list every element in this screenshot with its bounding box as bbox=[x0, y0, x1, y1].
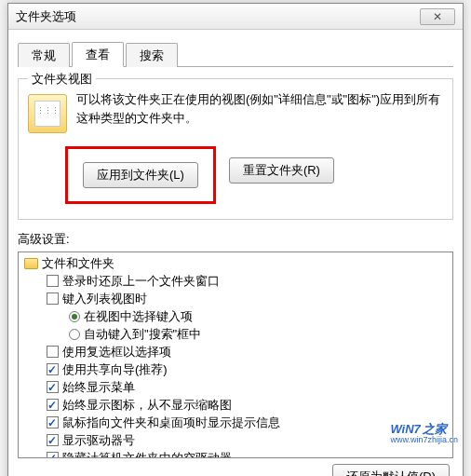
tree-item[interactable]: 隐藏计算机文件夹中的空驱动器 bbox=[47, 449, 449, 458]
tree-item[interactable]: 鼠标指向文件夹和桌面项时显示提示信息 bbox=[47, 414, 449, 431]
tree-item[interactable]: 使用共享向导(推荐) bbox=[47, 360, 449, 378]
tree-item[interactable]: 自动键入到"搜索"框中 bbox=[69, 325, 449, 343]
folder-options-dialog: 文件夹选项 ✕ 常规 查看 搜索 文件夹视图 可以将该文件夹正在使用的视图(例如… bbox=[7, 3, 464, 476]
tab-general[interactable]: 常规 bbox=[18, 43, 70, 67]
checkbox-icon[interactable] bbox=[47, 292, 59, 305]
highlight-box: 应用到文件夹(L) bbox=[65, 146, 216, 204]
checkbox-icon[interactable] bbox=[47, 399, 59, 411]
tree-item[interactable]: 始终显示图标，从不显示缩略图 bbox=[47, 396, 449, 414]
checkbox-icon[interactable] bbox=[47, 434, 59, 446]
tree-item-label: 使用共享向导(推荐) bbox=[62, 360, 168, 378]
tree-item-label: 显示驱动器号 bbox=[62, 431, 135, 449]
checkbox-icon[interactable] bbox=[47, 275, 59, 287]
checkbox-icon[interactable] bbox=[47, 381, 59, 393]
checkbox-icon[interactable] bbox=[47, 416, 59, 428]
tree-item-label: 登录时还原上一个文件夹窗口 bbox=[62, 272, 220, 290]
folderview-label: 文件夹视图 bbox=[28, 71, 96, 88]
tree-item-label: 鼠标指向文件夹和桌面项时显示提示信息 bbox=[62, 414, 280, 431]
checkbox-icon[interactable] bbox=[47, 346, 59, 358]
folder-icon bbox=[24, 258, 38, 269]
tree-root-label: 文件和文件夹 bbox=[42, 254, 114, 272]
tree-item[interactable]: 键入列表视图时 bbox=[47, 290, 449, 307]
apply-to-folders-button[interactable]: 应用到文件夹(L) bbox=[83, 162, 198, 188]
tab-strip: 常规 查看 搜索 bbox=[18, 41, 453, 67]
tree-item[interactable]: 登录时还原上一个文件夹窗口 bbox=[47, 272, 449, 290]
dialog-title: 文件夹选项 bbox=[16, 8, 420, 25]
checkbox-icon[interactable] bbox=[47, 452, 59, 458]
reset-folders-button[interactable]: 重置文件夹(R) bbox=[229, 157, 334, 184]
tree-item-label: 隐藏计算机文件夹中的空驱动器 bbox=[62, 449, 232, 458]
checkbox-icon[interactable] bbox=[47, 363, 59, 375]
settings-tree: 文件和文件夹登录时还原上一个文件夹窗口键入列表视图时在视图中选择键入项自动键入到… bbox=[24, 254, 449, 458]
tree-item[interactable]: 在视图中选择键入项 bbox=[69, 307, 449, 325]
tree-item-label: 使用复选框以选择项 bbox=[62, 343, 171, 360]
titlebar: 文件夹选项 ✕ bbox=[8, 4, 463, 30]
tab-search[interactable]: 搜索 bbox=[126, 43, 178, 67]
tree-item-label: 键入列表视图时 bbox=[62, 290, 147, 307]
folderview-group: 文件夹视图 可以将该文件夹正在使用的视图(例如"详细信息"或"图标")应用到所有… bbox=[18, 78, 453, 220]
tree-item-label: 自动键入到"搜索"框中 bbox=[84, 325, 201, 343]
tree-item-label: 在视图中选择键入项 bbox=[84, 307, 193, 325]
restore-defaults-button[interactable]: 还原为默认值(D) bbox=[332, 464, 450, 476]
dialog-body: 常规 查看 搜索 文件夹视图 可以将该文件夹正在使用的视图(例如"详细信息"或"… bbox=[8, 30, 463, 476]
advanced-settings-panel[interactable]: 文件和文件夹登录时还原上一个文件夹窗口键入列表视图时在视图中选择键入项自动键入到… bbox=[18, 252, 453, 458]
radio-icon[interactable] bbox=[69, 311, 80, 322]
tree-root-item: 文件和文件夹 bbox=[24, 254, 449, 272]
tree-item[interactable]: 使用复选框以选择项 bbox=[47, 343, 449, 360]
tab-view[interactable]: 查看 bbox=[72, 42, 124, 67]
folderview-desc: 可以将该文件夹正在使用的视图(例如"详细信息"或"图标")应用到所有这种类型的文… bbox=[76, 90, 443, 127]
close-button[interactable]: ✕ bbox=[420, 8, 455, 25]
radio-icon[interactable] bbox=[69, 329, 80, 340]
advanced-label: 高级设置: bbox=[18, 231, 453, 248]
tree-item[interactable]: 始终显示菜单 bbox=[47, 378, 449, 396]
tree-item-label: 始终显示菜单 bbox=[62, 378, 135, 396]
folder-view-icon bbox=[28, 94, 67, 133]
tree-item[interactable]: 显示驱动器号 bbox=[47, 431, 449, 449]
tree-item-label: 始终显示图标，从不显示缩略图 bbox=[62, 396, 232, 414]
